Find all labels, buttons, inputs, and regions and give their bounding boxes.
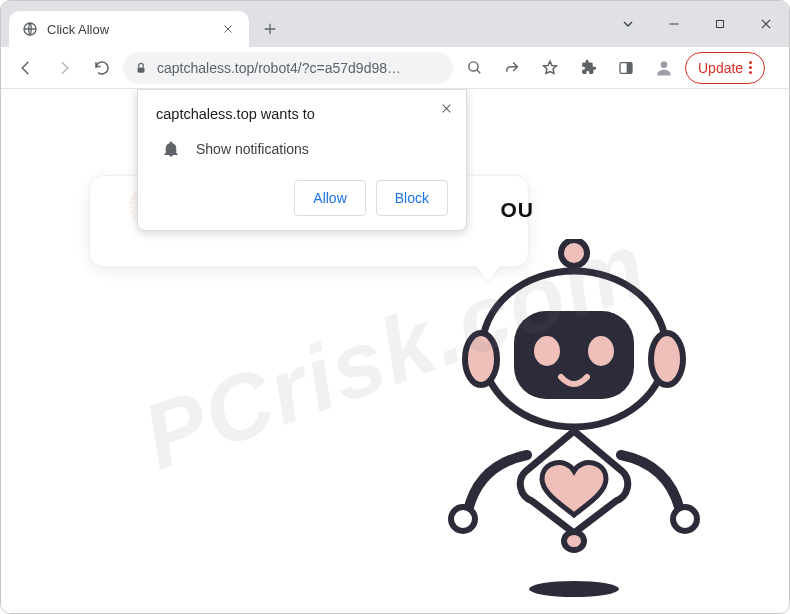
extensions-icon[interactable] [571, 51, 605, 85]
url-text: captchaless.top/robot4/?c=a57d9d98… [157, 60, 443, 76]
svg-point-9 [561, 240, 587, 266]
tab-title: Click Allow [47, 22, 211, 37]
allow-button[interactable]: Allow [294, 180, 365, 216]
svg-point-15 [588, 336, 614, 366]
notification-permission-popup: captchaless.top wants to Show notificati… [137, 89, 467, 231]
browser-tab[interactable]: Click Allow [9, 11, 249, 47]
svg-point-18 [564, 532, 584, 550]
reload-button[interactable] [85, 51, 119, 85]
forward-button [47, 51, 81, 85]
svg-point-11 [465, 333, 497, 385]
tab-close-icon[interactable] [219, 20, 237, 38]
svg-point-16 [451, 507, 475, 531]
address-bar[interactable]: captchaless.top/robot4/?c=a57d9d98… [123, 52, 453, 84]
hidden-text-fragment: OU [501, 198, 535, 222]
bell-icon [162, 140, 180, 158]
tab-search-button[interactable] [605, 4, 651, 44]
menu-dots-icon [749, 61, 752, 74]
svg-point-12 [651, 333, 683, 385]
update-label: Update [698, 60, 743, 76]
block-button[interactable]: Block [376, 180, 448, 216]
back-button[interactable] [9, 51, 43, 85]
svg-point-6 [661, 61, 668, 68]
new-tab-button[interactable] [255, 14, 285, 44]
popup-close-icon[interactable] [436, 98, 456, 118]
bookmark-star-icon[interactable] [533, 51, 567, 85]
share-icon[interactable] [495, 51, 529, 85]
page-content: OU captchaless.top wants to Show notific… [1, 89, 789, 613]
notification-label: Show notifications [196, 141, 309, 157]
window-titlebar: Click Allow [1, 1, 789, 47]
zoom-icon[interactable] [457, 51, 491, 85]
svg-point-17 [673, 507, 697, 531]
globe-icon [21, 20, 39, 38]
svg-rect-2 [138, 67, 145, 72]
svg-point-7 [529, 581, 619, 597]
browser-toolbar: captchaless.top/robot4/?c=a57d9d98… Upda… [1, 47, 789, 89]
svg-rect-5 [627, 62, 632, 73]
svg-rect-1 [717, 21, 724, 28]
svg-point-3 [468, 62, 477, 71]
lock-icon[interactable] [133, 60, 149, 76]
window-minimize-button[interactable] [651, 4, 697, 44]
robot-illustration [429, 239, 719, 609]
profile-icon[interactable] [647, 51, 681, 85]
popup-heading: captchaless.top wants to [156, 106, 448, 122]
update-button[interactable]: Update [685, 52, 765, 84]
window-maximize-button[interactable] [697, 4, 743, 44]
svg-point-14 [534, 336, 560, 366]
side-panel-icon[interactable] [609, 51, 643, 85]
window-close-button[interactable] [743, 4, 789, 44]
